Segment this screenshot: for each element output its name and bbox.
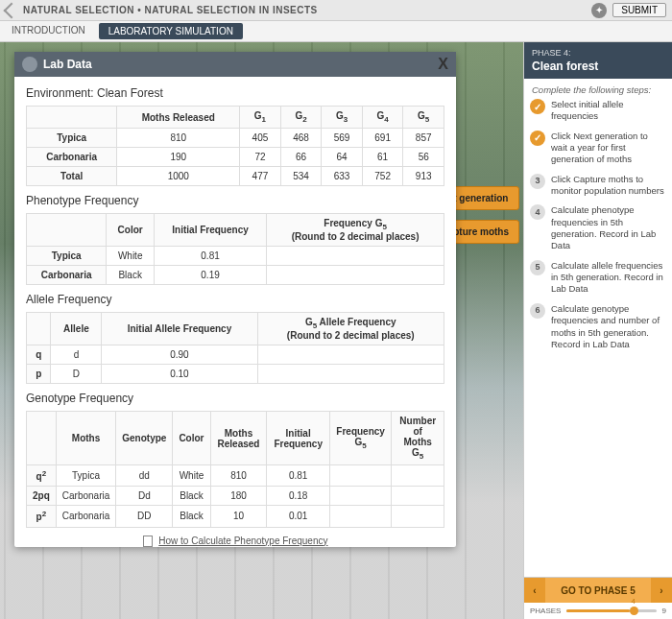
col-moths-released: Moths Released	[117, 107, 240, 129]
allele-title: Allele Frequency	[26, 293, 444, 306]
check-icon	[530, 99, 545, 114]
geno-2pq-num-input[interactable]	[392, 487, 444, 506]
geno-q2-num-input[interactable]	[392, 465, 444, 487]
step-number: 4	[530, 204, 545, 220]
table-row: Carbonaria1907266646156	[27, 148, 444, 167]
genotype-title: Genotype Frequency	[26, 392, 444, 405]
step-text: Calculate genotype frequencies and numbe…	[551, 303, 666, 350]
pheno-carbonaria-g5-input[interactable]	[267, 266, 444, 285]
lab-data-panel: Lab Data X Environment: Clean Forest Mot…	[14, 52, 456, 547]
simulation-area: t generation pture moths Lab Data X Envi…	[0, 42, 523, 619]
tab-bar: INTRODUCTION LABORATORY SIMULATION	[0, 21, 672, 42]
table-row: TypicaWhite0.81	[27, 247, 444, 266]
phase-slider[interactable]: 4	[566, 609, 656, 612]
steps-title: Complete the following steps:	[524, 79, 672, 99]
pheno-typica-g5-input[interactable]	[267, 247, 444, 266]
chevron-left-icon[interactable]: ‹	[524, 578, 545, 603]
note-icon	[143, 536, 153, 547]
phase-max: 9	[662, 607, 666, 615]
generations-table: Moths Released G1 G2 G3 G4 G5 Typica8104…	[26, 106, 444, 186]
step-text: Calculate allele frequencies in 5th gene…	[551, 260, 666, 296]
check-icon	[530, 131, 545, 146]
breadcrumb: NATURAL SELECTION • NATURAL SELECTION IN…	[23, 5, 591, 15]
step-text: Click Next generation to wait a year for…	[551, 131, 666, 166]
step-number: 3	[530, 174, 545, 189]
allele-q-g5-input[interactable]	[257, 345, 444, 365]
table-row: 2pqCarbonariaDdBlack1800.18	[27, 487, 444, 506]
step-number: 6	[530, 303, 545, 319]
geno-p2-freq-input[interactable]	[329, 506, 392, 527]
step-text: Select initial allele frequencies	[551, 99, 666, 123]
table-row: Typica810405468569691857	[27, 129, 444, 148]
geno-2pq-freq-input[interactable]	[329, 487, 392, 506]
table-row: qd0.90	[27, 345, 444, 365]
howto-link[interactable]: How to Calculate Phenotype Frequency	[158, 536, 327, 546]
table-row: Total1000477534633752913	[27, 167, 444, 186]
table-row: p2CarbonariaDDBlack100.01	[27, 506, 444, 527]
submit-button[interactable]: SUBMIT	[612, 3, 666, 17]
tab-laboratory-simulation[interactable]: LABORATORY SIMULATION	[99, 23, 243, 39]
phenotype-table: ColorInitial FrequencyFrequency G5(Round…	[26, 213, 444, 285]
close-icon[interactable]: X	[438, 56, 448, 73]
table-row: CarbonariaBlack0.19	[27, 266, 444, 285]
phenotype-title: Phenotype Frequency	[26, 194, 444, 207]
step-text: Click Capture moths to monitor populatio…	[551, 174, 666, 198]
table-row: q2TypicaddWhite8100.81	[27, 465, 444, 487]
go-to-phase-5-button[interactable]: ‹ GO TO PHASE 5 ›	[524, 578, 672, 603]
step-number: 5	[530, 260, 545, 275]
genotype-table: MothsGenotypeColorMoths ReleasedInitial …	[26, 411, 444, 528]
allele-p-g5-input[interactable]	[257, 365, 444, 384]
panel-title: Lab Data	[43, 58, 92, 71]
environment-title: Environment: Clean Forest	[26, 86, 444, 100]
tab-introduction[interactable]: INTRODUCTION	[0, 21, 97, 41]
geno-p2-num-input[interactable]	[392, 506, 444, 527]
step-text: Calculate phenotype frequencies in 5th g…	[551, 204, 666, 251]
phase-number: PHASE 4:	[532, 48, 664, 58]
allele-table: AlleleInitial Allele FrequencyG5 Allele …	[26, 312, 444, 384]
phases-label: PHASES	[530, 607, 561, 615]
top-bar: NATURAL SELECTION • NATURAL SELECTION IN…	[0, 0, 672, 21]
moth-icon	[22, 57, 37, 72]
geno-q2-freq-input[interactable]	[329, 465, 392, 487]
accessibility-icon[interactable]: ✦	[591, 3, 607, 18]
table-row: pD0.10	[27, 365, 444, 384]
back-icon[interactable]	[4, 2, 20, 18]
chevron-right-icon[interactable]: ›	[651, 578, 672, 603]
side-panel: PHASE 4: Clean forest Complete the follo…	[523, 42, 672, 619]
phase-name: Clean forest	[532, 60, 664, 73]
